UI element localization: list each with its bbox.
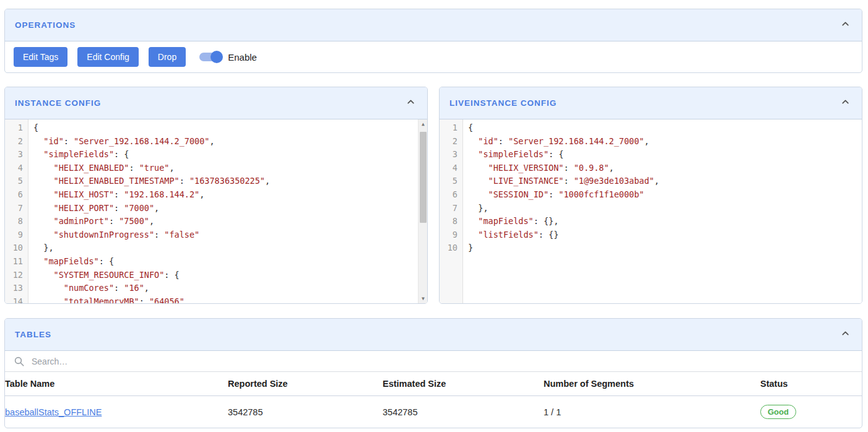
code-line: 3 "simpleFields": { xyxy=(5,148,427,162)
tables-panel: TABLES Table Name Reported Size Estimate… xyxy=(4,318,862,428)
code-line: 12 "SYSTEM_RESOURCE_INFO": { xyxy=(5,269,427,282)
code-line: 10 }, xyxy=(5,241,427,255)
code-line: 14 "totalMemoryMB": "64056", xyxy=(5,295,427,303)
instance-config-code-editor[interactable]: ▲ ▼ 1{2 "id": "Server_192.168.144.2_7000… xyxy=(5,119,427,303)
tables-search-input[interactable] xyxy=(32,356,853,366)
code-line: 2 "id": "Server_192.168.144.2_7000", xyxy=(5,135,427,149)
liveinstance-config-header: LIVEINSTANCE CONFIG xyxy=(440,87,862,119)
tables-search-row xyxy=(5,351,862,372)
chevron-up-icon xyxy=(840,328,851,341)
column-header-estimated-size[interactable]: Estimated Size xyxy=(383,372,544,396)
code-line: 11 "mapFields": { xyxy=(5,255,427,269)
reported-size-cell: 3542785 xyxy=(228,396,383,428)
operations-panel: OPERATIONS Edit Tags Edit Config Drop En… xyxy=(4,9,862,73)
column-header-status[interactable]: Status xyxy=(760,372,862,396)
chevron-up-icon xyxy=(840,97,851,110)
liveinstance-config-collapse-button[interactable] xyxy=(840,97,851,110)
table-name-link[interactable]: baseballStats_OFFLINE xyxy=(5,407,102,417)
instance-config-title: INSTANCE CONFIG xyxy=(15,98,101,108)
toggle-thumb xyxy=(210,51,223,63)
edit-tags-button[interactable]: Edit Tags xyxy=(14,47,67,67)
liveinstance-config-title: LIVEINSTANCE CONFIG xyxy=(449,98,557,108)
code-line: 1{ xyxy=(5,121,427,135)
code-line: 9 "listFields": {} xyxy=(440,228,862,242)
scrollbar-thumb[interactable] xyxy=(420,132,427,223)
enable-toggle-label: Enable xyxy=(228,52,257,63)
chevron-up-icon xyxy=(840,19,851,32)
liveinstance-config-code-editor[interactable]: 1{2 "id": "Server_192.168.144.2_7000",3 … xyxy=(440,119,862,303)
chevron-up-icon xyxy=(406,97,416,110)
code-line: 1{ xyxy=(440,121,862,135)
scrollbar[interactable]: ▲ ▼ xyxy=(418,119,427,303)
enable-toggle[interactable] xyxy=(199,51,222,63)
code-line: 4 "HELIX_ENABLED": "true", xyxy=(5,162,427,175)
operations-panel-header: OPERATIONS xyxy=(5,9,862,41)
code-line: 4 "HELIX_VERSION": "0.9.8", xyxy=(440,162,862,175)
tables-panel-header: TABLES xyxy=(5,319,862,351)
code-line: 6 "SESSION_ID": "1000fcf1f1e000b" xyxy=(440,188,862,202)
tables-table: Table Name Reported Size Estimated Size … xyxy=(5,372,862,428)
code-line: 8 "adminPort": "7500", xyxy=(5,215,427,228)
scroll-up-arrow-icon[interactable]: ▲ xyxy=(419,119,427,129)
operations-body: Edit Tags Edit Config Drop Enable xyxy=(5,41,862,72)
code-line: 10} xyxy=(440,241,862,255)
table-row: baseballStats_OFFLINE 3542785 3542785 1 … xyxy=(5,396,862,428)
drop-button[interactable]: Drop xyxy=(149,47,186,67)
operations-panel-title: OPERATIONS xyxy=(15,20,76,30)
code-line: 6 "HELIX_HOST": "192.168.144.2", xyxy=(5,188,427,202)
config-panels-row: INSTANCE CONFIG ▲ ▼ 1{2 "id": "Server_19… xyxy=(4,87,862,304)
code-line: 7 }, xyxy=(440,202,862,215)
code-line: 9 "shutdownInProgress": "false" xyxy=(5,228,427,242)
segments-cell: 1 / 1 xyxy=(544,396,760,428)
scroll-down-arrow-icon[interactable]: ▼ xyxy=(419,294,427,303)
tables-collapse-button[interactable] xyxy=(840,328,851,341)
table-header-row: Table Name Reported Size Estimated Size … xyxy=(5,372,862,396)
code-line: 2 "id": "Server_192.168.144.2_7000", xyxy=(440,135,862,149)
code-line: 5 "HELIX_ENABLED_TIMESTAMP": "1637836350… xyxy=(5,175,427,188)
instance-config-panel: INSTANCE CONFIG ▲ ▼ 1{2 "id": "Server_19… xyxy=(4,87,428,304)
page: OPERATIONS Edit Tags Edit Config Drop En… xyxy=(0,0,868,428)
column-header-number-of-segments[interactable]: Number of Segments xyxy=(544,372,760,396)
estimated-size-cell: 3542785 xyxy=(383,396,544,428)
search-icon xyxy=(14,356,25,367)
column-header-table-name[interactable]: Table Name xyxy=(5,372,228,396)
liveinstance-config-panel: LIVEINSTANCE CONFIG 1{2 "id": "Server_19… xyxy=(439,87,862,304)
code-line: 7 "HELIX_PORT": "7000", xyxy=(5,202,427,215)
tables-panel-title: TABLES xyxy=(15,330,51,339)
code-line: 8 "mapFields": {}, xyxy=(440,215,862,228)
code-line: 13 "numCores": "16", xyxy=(5,282,427,295)
operations-collapse-button[interactable] xyxy=(840,19,851,32)
instance-config-collapse-button[interactable] xyxy=(406,97,416,110)
edit-config-button[interactable]: Edit Config xyxy=(77,47,138,67)
status-badge: Good xyxy=(760,405,796,419)
column-header-reported-size[interactable]: Reported Size xyxy=(228,372,383,396)
instance-config-header: INSTANCE CONFIG xyxy=(5,87,427,119)
code-line: 3 "simpleFields": { xyxy=(440,148,862,162)
code-line: 5 "LIVE_INSTANCE": "1@9e3de103abad", xyxy=(440,175,862,188)
